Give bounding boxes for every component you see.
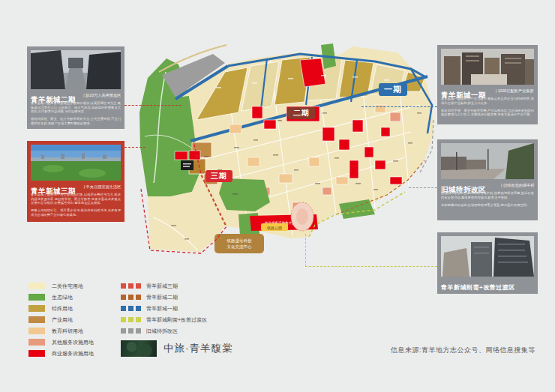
special-black-parcel (181, 160, 194, 170)
legend-swatch (28, 294, 45, 301)
phase2-paragraph-2: 板块内学校、商业、医疗等配套相对齐全,公共交通便利,置业门槛相对友好,承接了区域… (31, 117, 121, 125)
legend-land-use: 二类住宅用地 生态绿地 特殊用地 产业用地 教育科研用地 其他服务设施用地 商业… (28, 280, 94, 359)
legend-swatch (28, 350, 45, 357)
map-phase1-tag: 一期 (379, 83, 407, 96)
phase3-paragraph-2: 随着土地陆续出让、项目逐步落地,板块价值持续兑现,未来有望成为区域改善置业的核心… (31, 208, 121, 217)
phase3-paragraph-1: 青羊新城三期围绕中央公园规划打造,以低密改善住宅为主,板块内绿地资源丰富,规划有… (31, 193, 121, 205)
phase2-tag: | 超20万人高密聚居区 (83, 93, 121, 98)
legend-item: 二类住宅用地 (28, 280, 94, 292)
legend-item: 青羊新城一期 (121, 303, 207, 314)
panel-phase3: 青羊新城三期 | 中央公园宜居生活区 青羊新城三期围绕中央公园规划打造,以低密改… (27, 141, 124, 222)
park-label: 铁路公园 (261, 223, 288, 231)
brand-logo: 中旅·青羊馥棠 (121, 340, 233, 357)
phase2-paragraph-1: 青羊新城二期是青羊新城起步较早的板块,以高密度住宅为主,聚集超20万常住人口,小… (31, 101, 121, 114)
legend-swatch (28, 305, 45, 312)
connector-transition-h (305, 266, 437, 267)
connector-phase2 (124, 105, 182, 106)
legend-swatch (28, 328, 45, 334)
legend-item: 青羊新城刚需+改善过渡区 (121, 314, 207, 325)
connector-phase3 (124, 147, 146, 148)
legend-item: 旧城待拆改区 (121, 325, 207, 337)
panel-oldtown: 旧城待拆改区 | 仍待改造的城中村 区域内仍保留部分老旧院落与城中村,街巷肌理保… (437, 139, 538, 220)
svg-text:铁路公园: 铁路公园 (267, 226, 282, 231)
panel-transition: 青羊新城刚需+改善过渡区 (437, 232, 538, 294)
legend-zones: 青羊新城三期 青羊新城二期 青羊新城一期 青羊新城刚需+改善过渡区 旧城待拆改区 (121, 280, 207, 337)
svg-text:铁路遗址科创: 铁路遗址科创 (226, 238, 252, 243)
phase3-body: 青羊新城三期围绕中央公园规划打造,以低密改善住宅为主,板块内绿地资源丰富,规划有… (31, 193, 121, 217)
connector-transition-v (305, 234, 306, 267)
oldtown-paragraph-1: 区域内仍保留部分老旧院落与城中村,街巷肌理保存完整,拆迁改造尚未全面启动,整体界… (441, 191, 534, 199)
legend-item: 生态绿地 (28, 292, 94, 303)
phase3-photo (31, 145, 121, 181)
transition-photo (441, 236, 534, 277)
legend-swatch (28, 339, 45, 346)
phase1-paragraph-2: 板块内写字楼、商业等配套完善,产业氛围浓厚,为区域带来持续的购房需求与人口导入,… (441, 109, 534, 117)
legend-zone-swatch (121, 306, 141, 311)
panel-phase1: 青羊新城一期 | 1000亿配套产业集群 青羊新城一期以航空产业为核心,聚集众多… (437, 45, 538, 124)
panel-phase2: 青羊新城二期 | 超20万人高密聚居区 青羊新城二期是青羊新城起步较早的板块,以… (27, 46, 124, 129)
legend-item: 特殊用地 (28, 303, 94, 314)
oldtown-paragraph-2: 未来随着旧改推进,区域面貌有望逐步更新,释放新的发展空间。 (441, 203, 534, 208)
oldtown-photo (441, 143, 534, 179)
brand-logo-mark-icon (121, 340, 157, 357)
phase2-body: 青羊新城二期是青羊新城起步较早的板块,以高密度住宅为主,聚集超20万常住人口,小… (31, 101, 121, 125)
legend-item: 其他服务设施用地 (28, 337, 94, 348)
connector-phase1 (362, 106, 437, 107)
legend-item: 青羊新城三期 (121, 280, 207, 292)
legend-item: 商业服务设施用地 (28, 348, 94, 359)
legend-zone-swatch (121, 317, 141, 322)
rail-heritage-center: 铁路遗址科创 文化交流中心 (214, 234, 264, 253)
oldtown-tag: | 仍待改造的城中村 (501, 183, 534, 188)
source-attribution: 信息来源:青羊地方志公众号、网络信息搜集等 (391, 346, 536, 355)
phase3-tag: | 中央公园宜居生活区 (83, 184, 121, 190)
legend-swatch (28, 316, 45, 323)
transition-title: 青羊新城刚需+改善过渡区 (441, 284, 515, 291)
phase1-tag: | 1000亿配套产业集群 (496, 88, 534, 94)
stadium-circle (291, 202, 314, 231)
svg-text:文化交流中心: 文化交流中心 (227, 244, 253, 250)
legend-item: 产业用地 (28, 314, 94, 325)
phase1-paragraph-1: 青羊新城一期以航空产业为核心,聚集众多总部企业与科研院所,形成千亿级产业集群,就… (441, 97, 534, 105)
map-phase3-tag: 三期 (206, 170, 232, 182)
legend-item: 教育科研用地 (28, 325, 94, 337)
legend-item: 青羊新城二期 (121, 292, 207, 303)
phase2-photo (31, 50, 121, 89)
map-phase2-tag: 二期 (288, 107, 315, 119)
legend-zone-swatch (121, 283, 141, 289)
phase1-body: 青羊新城一期以航空产业为核心,聚集众多总部企业与科研院所,形成千亿级产业集群,就… (441, 97, 534, 117)
oldtown-body: 区域内仍保留部分老旧院落与城中村,街巷肌理保存完整,拆迁改造尚未全面启动,整体界… (441, 191, 534, 207)
phase1-photo (441, 49, 534, 85)
legend-zone-swatch (121, 295, 141, 300)
poster-canvas: 商业服务设施集中建设区 铁路遗址科创 文化交流中心 铁路公园 (0, 0, 555, 392)
connector-oldtown (409, 187, 437, 188)
brand-logo-text: 中旅·青羊馥棠 (164, 342, 233, 355)
legend-zone-swatch (121, 328, 141, 334)
legend-swatch (28, 283, 45, 289)
